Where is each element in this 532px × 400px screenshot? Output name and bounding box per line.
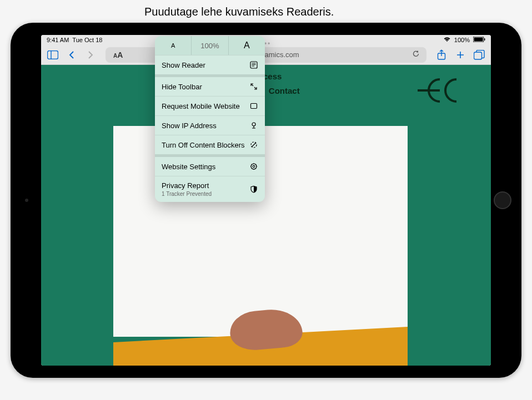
menu-turn-off-blockers[interactable]: Turn Off Content Blockers (155, 135, 265, 154)
share-button[interactable] (434, 48, 449, 62)
zoom-level: 100% (192, 36, 228, 55)
large-a-icon: A (244, 40, 250, 50)
expand-icon (249, 82, 258, 91)
svg-rect-2 (484, 38, 485, 40)
blocker-off-icon (249, 140, 258, 149)
battery-icon (473, 37, 485, 43)
page-settings-button[interactable]: AA (110, 50, 126, 59)
svg-rect-7 (474, 52, 482, 59)
back-button[interactable] (64, 48, 79, 62)
wifi-icon (443, 37, 451, 43)
menu-website-settings[interactable]: Website Settings (155, 154, 265, 176)
tabs-button[interactable] (472, 48, 486, 62)
svg-line-17 (252, 143, 256, 147)
web-content: cess Shop Contact (41, 65, 491, 366)
forward-button (83, 48, 98, 62)
menu-privacy-report[interactable]: Privacy Report 1 Tracker Prevented (155, 176, 265, 202)
reload-button[interactable] (410, 50, 422, 60)
shield-icon (249, 185, 258, 194)
screen: 9:41 AM Tue Oct 18 100% ••• (41, 35, 491, 366)
menu-label: Privacy Report (162, 181, 212, 190)
location-icon (249, 121, 258, 130)
gear-icon (249, 162, 258, 171)
home-button[interactable] (494, 191, 511, 209)
svg-rect-3 (48, 50, 58, 59)
svg-rect-1 (474, 38, 483, 42)
front-camera (25, 199, 28, 202)
menu-label: Hide Toolbar (162, 83, 202, 91)
mobile-icon (249, 102, 258, 110)
privacy-sub: 1 Tracker Prevented (162, 191, 212, 197)
menu-hide-toolbar[interactable]: Hide Toolbar (155, 74, 265, 96)
menu-request-mobile[interactable]: Request Mobile Website (155, 96, 265, 115)
svg-rect-12 (251, 104, 257, 109)
status-time: 9:41 AM (47, 37, 69, 43)
status-date: Tue Oct 18 (72, 37, 102, 43)
page-settings-menu: A 100% A Show Reader Hide Toolbar (155, 36, 265, 202)
zoom-in-button[interactable]: A (229, 36, 265, 55)
site-logo[interactable] (413, 75, 463, 108)
menu-label: Show IP Address (162, 121, 217, 130)
menu-label: Show Reader (162, 61, 205, 69)
menu-label: Website Settings (162, 163, 215, 171)
address-bar[interactable]: AA eraceramics.com (106, 47, 426, 63)
safari-toolbar: ••• AA (41, 45, 491, 65)
small-a-icon: A (171, 42, 175, 49)
svg-point-19 (253, 165, 255, 168)
callout-text: Puudutage lehe kuvamiseks Readeris. (22, 6, 334, 18)
menu-show-ip[interactable]: Show IP Address (155, 115, 265, 135)
nav-link-process-partial[interactable]: cess (263, 72, 282, 81)
zoom-out-button[interactable]: A (155, 36, 192, 55)
nav-link-contact[interactable]: Contact (269, 86, 300, 95)
menu-label: Request Mobile Website (162, 102, 240, 110)
svg-point-13 (252, 123, 255, 126)
ipad-device-frame: 9:41 AM Tue Oct 18 100% ••• (11, 23, 521, 378)
aa-large-icon: A (117, 50, 123, 59)
menu-label: Turn Off Content Blockers (162, 141, 245, 149)
reader-icon (249, 60, 258, 69)
menu-show-reader[interactable]: Show Reader (155, 55, 265, 74)
battery-pct: 100% (454, 37, 470, 43)
sidebar-button[interactable] (46, 48, 60, 62)
new-tab-button[interactable] (453, 48, 468, 62)
aa-small-icon: A (113, 53, 117, 59)
